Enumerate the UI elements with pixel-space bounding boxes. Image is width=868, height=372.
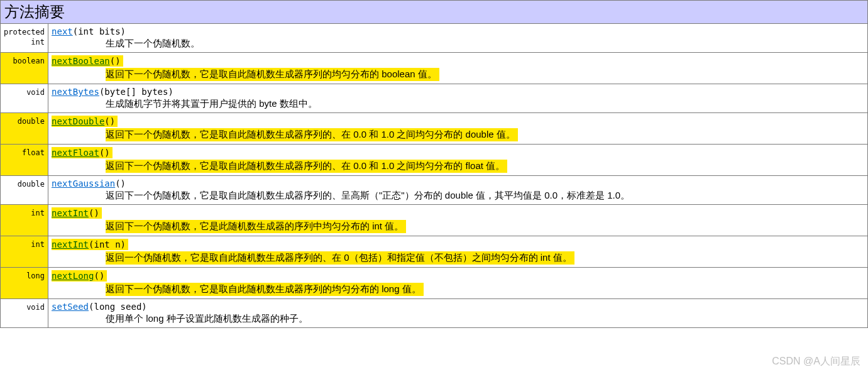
method-row: intnextInt()返回下一个伪随机数，它是此随机数生成器的序列中均匀分布的…: [1, 205, 868, 236]
method-row: doublenextDouble()返回下一个伪随机数，它是取自此随机数生成器序…: [1, 113, 868, 145]
method-cell: nextInt(int n)返回一个伪随机数，它是取自此随机数生成器序列的、在 …: [48, 236, 868, 268]
method-cell: nextLong()返回下一个伪随机数，它是取自此随机数生成器序列的均匀分布的 …: [48, 268, 868, 299]
method-description: 返回下一个伪随机数，它是此随机数生成器的序列中均匀分布的 int 值。: [106, 220, 864, 233]
method-signature: nextFloat(): [52, 147, 113, 158]
method-params: (): [99, 148, 110, 158]
method-params: (): [89, 208, 99, 218]
table-header: 方法摘要: [1, 1, 868, 24]
method-cell: nextDouble()返回下一个伪随机数，它是取自此随机数生成器序列的、在 0…: [48, 113, 868, 145]
method-cell: nextBytes(byte[] bytes)生成随机字节并将其置于用户提供的 …: [48, 84, 868, 113]
method-link[interactable]: setSeed: [52, 302, 89, 312]
modifier-type: void: [1, 84, 48, 113]
method-row: voidsetSeed(long seed)使用单个 long 种子设置此随机数…: [1, 299, 868, 328]
modifier-type: double: [1, 113, 48, 145]
method-description: 返回下一个伪随机数，它是取自此随机数生成器序列的均匀分布的 long 值。: [106, 283, 864, 296]
method-params: (): [110, 56, 121, 66]
method-params: (int bits): [73, 26, 126, 36]
method-link[interactable]: nextInt: [52, 208, 89, 218]
method-signature: nextDouble(): [52, 116, 118, 127]
method-params: (int n): [89, 239, 126, 249]
method-params: (): [94, 271, 104, 281]
method-cell: setSeed(long seed)使用单个 long 种子设置此随机数生成器的…: [48, 299, 868, 328]
method-row: protected intnext(int bits)生成下一个伪随机数。: [1, 24, 868, 53]
modifier-type: float: [1, 145, 48, 176]
method-description: 生成下一个伪随机数。: [106, 38, 864, 50]
method-signature: nextBytes(byte[] bytes): [52, 87, 173, 97]
method-params: (): [104, 116, 115, 126]
modifier-type: double: [1, 176, 48, 205]
method-row: voidnextBytes(byte[] bytes)生成随机字节并将其置于用户…: [1, 84, 868, 113]
method-link[interactable]: nextInt: [52, 239, 89, 249]
modifier-type: void: [1, 299, 48, 328]
method-cell: nextBoolean()返回下一个伪随机数，它是取自此随机数生成器序列的均匀分…: [48, 53, 868, 84]
method-cell: nextGaussian()返回下一个伪随机数，它是取自此随机数生成器序列的、呈…: [48, 176, 868, 205]
method-cell: next(int bits)生成下一个伪随机数。: [48, 24, 868, 53]
method-params: (): [115, 178, 126, 189]
method-cell: nextFloat()返回下一个伪随机数，它是取自此随机数生成器序列的、在 0.…: [48, 145, 868, 176]
modifier-type: long: [1, 268, 48, 299]
method-signature: nextInt(int n): [52, 239, 128, 250]
method-signature: nextBoolean(): [52, 55, 123, 67]
method-row: doublenextGaussian()返回下一个伪随机数，它是取自此随机数生成…: [1, 176, 868, 205]
method-row: longnextLong()返回下一个伪随机数，它是取自此随机数生成器序列的均匀…: [1, 268, 868, 299]
method-params: (byte[] bytes): [99, 87, 173, 97]
method-link[interactable]: nextBoolean: [52, 56, 110, 66]
method-description: 返回一个伪随机数，它是取自此随机数生成器序列的、在 0（包括）和指定值（不包括）…: [106, 251, 864, 265]
modifier-type: int: [1, 236, 48, 268]
method-params: (long seed): [89, 302, 147, 312]
modifier-type: int: [1, 205, 48, 236]
method-link[interactable]: nextBytes: [52, 87, 99, 97]
method-row: floatnextFloat()返回下一个伪随机数，它是取自此随机数生成器序列的…: [1, 145, 868, 176]
method-row: booleannextBoolean()返回下一个伪随机数，它是取自此随机数生成…: [1, 53, 868, 84]
method-link[interactable]: nextDouble: [52, 116, 104, 126]
method-link[interactable]: next: [52, 26, 73, 36]
method-signature: next(int bits): [52, 26, 126, 36]
method-description: 返回下一个伪随机数，它是取自此随机数生成器序列的、在 0.0 和 1.0 之间均…: [106, 160, 864, 173]
method-link[interactable]: nextGaussian: [52, 178, 115, 189]
method-summary-table: 方法摘要 protected intnext(int bits)生成下一个伪随机…: [0, 0, 868, 328]
modifier-type: boolean: [1, 53, 48, 84]
modifier-type: protected int: [1, 24, 48, 53]
method-link[interactable]: nextFloat: [52, 148, 99, 158]
method-signature: nextInt(): [52, 207, 102, 219]
method-signature: nextLong(): [52, 270, 107, 282]
method-description: 使用单个 long 种子设置此随机数生成器的种子。: [106, 313, 864, 325]
method-description: 返回下一个伪随机数，它是取自此随机数生成器序列的、呈高斯（"正态"）分布的 do…: [106, 190, 864, 202]
method-link[interactable]: nextLong: [52, 271, 94, 281]
method-signature: setSeed(long seed): [52, 302, 147, 312]
method-signature: nextGaussian(): [52, 178, 126, 189]
method-description: 返回下一个伪随机数，它是取自此随机数生成器序列的均匀分布的 boolean 值。: [106, 68, 864, 81]
method-description: 返回下一个伪随机数，它是取自此随机数生成器序列的、在 0.0 和 1.0 之间均…: [106, 128, 864, 141]
method-cell: nextInt()返回下一个伪随机数，它是此随机数生成器的序列中均匀分布的 in…: [48, 205, 868, 236]
method-description: 生成随机字节并将其置于用户提供的 byte 数组中。: [106, 98, 864, 110]
method-row: intnextInt(int n)返回一个伪随机数，它是取自此随机数生成器序列的…: [1, 236, 868, 268]
